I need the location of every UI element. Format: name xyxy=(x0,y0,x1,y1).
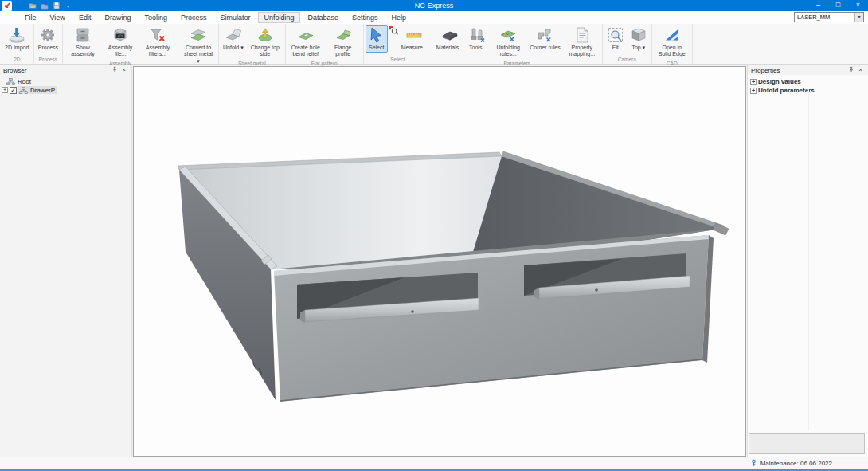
tools-icon xyxy=(469,26,487,44)
technology-select[interactable]: LASER_MM ▾ xyxy=(794,12,864,22)
hole-bend-relief-icon xyxy=(297,26,315,44)
status-separator xyxy=(839,460,839,467)
browser-panel: Browser × Root + ✓ DrawerP xyxy=(0,65,132,457)
ribbon-button-label: Process xyxy=(38,45,58,51)
flange-profile-icon xyxy=(334,26,352,44)
expand-icon[interactable]: + xyxy=(750,79,757,85)
import-2d-icon xyxy=(8,26,25,44)
ribbon-button-label: Unfold ▾ xyxy=(223,45,244,51)
ribbon-button-convert-to-sheet-metal[interactable]: Convert to sheet metal ▾ xyxy=(180,25,217,66)
ribbon-group-part: Convert to sheet metal ▾Part xyxy=(178,24,219,64)
menu-edit[interactable]: Edit xyxy=(73,12,97,23)
ribbon-button-tools[interactable]: Tools... xyxy=(467,25,489,53)
visibility-checkbox[interactable]: ✓ xyxy=(10,87,17,94)
selected-tree-node: DrawerP xyxy=(18,86,57,94)
selection-zoom-icon[interactable] xyxy=(389,26,398,35)
ribbon-button-label: Unfolding rules... xyxy=(492,45,524,58)
properties-preview-box xyxy=(749,433,865,454)
ribbon-group-camera: FitTop ▾Camera xyxy=(603,24,652,64)
ribbon-button-measure[interactable]: Measure... xyxy=(399,25,430,53)
menu-database[interactable]: Database xyxy=(303,12,345,23)
property-group-unfold-parameters[interactable]: +Unfold parameters xyxy=(750,86,868,95)
ribbon-button-corner-rules[interactable]: Corner rules xyxy=(527,25,563,53)
close-button[interactable]: × xyxy=(848,0,868,11)
maximize-button[interactable]: □ xyxy=(828,0,848,11)
viewport-3d[interactable] xyxy=(133,66,746,457)
ribbon-button-label: Show assembly xyxy=(67,45,99,58)
menu-help[interactable]: Help xyxy=(386,12,412,23)
assembly-node-icon xyxy=(6,78,15,85)
ribbon-button-assembly-filters[interactable]: Assembly filters... xyxy=(139,25,176,60)
status-bar: Maintenance: 06.06.2022 xyxy=(0,457,868,469)
ribbon-button-fit[interactable]: Fit xyxy=(604,25,627,53)
minimize-button[interactable]: – xyxy=(808,0,828,11)
close-panel-icon[interactable]: × xyxy=(856,66,865,74)
solid-edge-icon xyxy=(663,26,681,44)
drawer-model[interactable] xyxy=(134,67,745,456)
ribbon-button-label: Property mapping... xyxy=(566,45,598,58)
svg-text:</>: </> xyxy=(118,34,123,38)
unfold-icon xyxy=(225,26,242,44)
property-group-label: Design values xyxy=(758,78,801,85)
ribbon-button-open-in-solid-edge[interactable]: Open in Solid Edge xyxy=(654,25,690,60)
ribbon-group-label: Camera xyxy=(604,56,650,64)
tree-item-root-label: Root xyxy=(18,78,31,85)
ribbon-button-label: Assembly file... xyxy=(104,45,136,58)
ribbon-button-unfold[interactable]: Unfold ▾ xyxy=(221,25,246,53)
properties-panel-title: Properties xyxy=(751,67,847,74)
ribbon-button-label: Tools... xyxy=(469,45,487,51)
pin-icon[interactable] xyxy=(847,66,856,75)
unfolding-rules-icon xyxy=(499,26,517,44)
technology-select-value: LASER_MM xyxy=(795,14,854,21)
ribbon-button-label: Open in Solid Edge xyxy=(656,45,688,58)
property-group-design-values[interactable]: +Design values xyxy=(750,77,868,86)
ribbon-button-materials[interactable]: Materials... xyxy=(434,25,466,53)
ribbon-button-2d-import[interactable]: 2D Import xyxy=(2,25,32,53)
app-window: ▾ NC-Express – □ × FileViewEditDrawingTo… xyxy=(0,0,868,471)
ribbon-group-select: SelectMeasure...Select xyxy=(364,24,432,64)
menu-file[interactable]: File xyxy=(19,12,42,23)
ribbon-button-show-assembly[interactable]: Show assembly xyxy=(65,25,101,60)
close-panel-icon[interactable]: × xyxy=(119,66,128,74)
menu-bar-items: FileViewEditDrawingToolingProcessSimulat… xyxy=(19,12,414,23)
expand-icon[interactable]: + xyxy=(2,87,8,93)
pin-icon[interactable] xyxy=(111,66,119,75)
browser-tree: Root + ✓ DrawerP xyxy=(0,75,131,94)
handle-hole-right xyxy=(595,288,598,292)
combo-dropdown-icon[interactable]: ▾ xyxy=(854,13,863,22)
ribbon-button-label: Convert to sheet metal ▾ xyxy=(182,45,214,65)
ribbon-group-assembly: Show assembly</>Assembly file...Assembly… xyxy=(63,24,178,64)
menu-unfolding[interactable]: Unfolding xyxy=(258,12,299,23)
ribbon-button-flange-profile[interactable]: Flange profile xyxy=(325,25,362,60)
ribbon-button-top[interactable]: Top ▾ xyxy=(628,25,650,53)
menu-settings[interactable]: Settings xyxy=(346,12,384,23)
change-top-side-icon xyxy=(256,26,274,44)
ribbon-group-label: 2D xyxy=(2,56,32,64)
menu-simulator[interactable]: Simulator xyxy=(214,12,256,23)
ribbon-button-unfolding-rules[interactable]: Unfolding rules... xyxy=(490,25,526,60)
ribbon-button-label: Corner rules xyxy=(530,45,561,51)
properties-panel-header: Properties × xyxy=(748,65,868,75)
menu-drawing[interactable]: Drawing xyxy=(99,12,136,23)
ribbon-button-change-top-side[interactable]: Change top side xyxy=(247,25,283,60)
assembly-filters-icon xyxy=(149,26,166,44)
corner-rules-icon xyxy=(536,26,553,44)
maintenance-label: Maintenance: 06.06.2022 xyxy=(760,460,832,467)
gear-icon xyxy=(39,26,57,44)
menu-view[interactable]: View xyxy=(45,12,71,23)
tree-item-drawerp[interactable]: + ✓ DrawerP xyxy=(0,86,131,94)
ribbon-button-process[interactable]: Process xyxy=(36,25,61,53)
expand-icon[interactable]: + xyxy=(750,88,757,94)
ribbon-group-sheet-metal: Unfold ▾Change top sideSheet metal xyxy=(219,24,286,64)
ribbon-button-property-mapping[interactable]: Property mapping... xyxy=(564,25,600,60)
tree-item-root[interactable]: Root xyxy=(0,77,131,85)
browser-panel-header: Browser × xyxy=(0,65,131,75)
top-view-icon xyxy=(630,26,647,44)
ribbon-button-create-hole-bend-relief[interactable]: Create hole bend relief xyxy=(287,25,324,60)
title-bar: ▾ NC-Express – □ × xyxy=(0,0,868,11)
window-controls: – □ × xyxy=(808,0,868,11)
ribbon-button-assembly-file[interactable]: </>Assembly file... xyxy=(102,25,139,60)
ribbon-button-select[interactable]: Select xyxy=(366,25,388,53)
menu-process[interactable]: Process xyxy=(175,12,213,23)
menu-tooling[interactable]: Tooling xyxy=(139,12,173,23)
